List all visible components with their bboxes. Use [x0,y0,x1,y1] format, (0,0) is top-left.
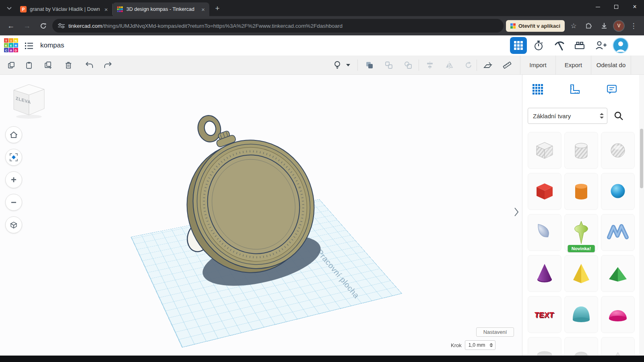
tab-search-button[interactable] [4,2,14,14]
view-cube[interactable]: ZLEVA [10,80,47,120]
shape-tile-sphere[interactable] [601,173,635,210]
ungroup-button[interactable] [381,57,397,73]
bookmark-star-button[interactable]: ☆ [567,19,580,32]
mirror-icon [445,61,454,70]
share-colors-button[interactable] [400,57,416,73]
copy-button[interactable] [3,57,19,73]
workplane-grid[interactable] [131,199,402,348]
import-button[interactable]: Import [520,56,555,74]
green-roof-icon [605,261,631,286]
shape-tile-half-sphere[interactable] [601,296,635,333]
browser-profile-avatar[interactable]: V [613,20,625,32]
shape-tile-roof[interactable] [601,255,635,292]
ruler-helper-button[interactable] [566,80,584,98]
zoom-in-button[interactable]: + [5,171,22,188]
shape-tile-cylinder-transparent[interactable] [564,132,598,169]
brick-export-button[interactable] [571,37,588,54]
compass-bow[interactable] [196,113,223,144]
toolbar-divider [357,60,358,71]
delete-button[interactable] [60,57,76,73]
reload-button[interactable] [36,19,50,33]
home-view-button[interactable] [5,126,22,143]
brick-icon [574,40,585,51]
list-icon [25,42,33,50]
notes-button[interactable] [603,80,621,98]
shape-search-button[interactable] [611,108,627,124]
group-button[interactable] [361,57,378,73]
3d-viewport-canvas[interactable]: Pracovní plocha [0,75,522,356]
toolbar-divider [477,60,477,71]
invite-button[interactable] [592,37,609,54]
open-in-app-button[interactable]: Otevřít v aplikaci [506,20,565,32]
redo-icon [103,61,112,69]
pickaxe-icon [554,40,565,51]
show-all-caret-button[interactable] [343,57,353,73]
panel-scrollbar-thumb[interactable] [640,129,643,188]
shape-tile-box[interactable] [528,173,561,210]
rotate-tool-button[interactable] [460,57,477,73]
ruler-tool-button[interactable] [499,57,515,73]
minecraft-export-button[interactable] [551,37,568,54]
fit-view-button[interactable] [5,149,22,166]
svg-text:D: D [15,49,17,52]
align-icon [425,61,434,70]
url-omnibox[interactable]: tinkercad.com/things/lUMJdNvqXMd-kompas/… [52,19,504,33]
tinkercad-logo[interactable]: TIN KER CAD [4,38,19,53]
snap-step-select[interactable]: 1,0 mm [465,340,495,350]
ruler-icon [502,60,512,70]
export-button[interactable]: Export [555,56,591,74]
panel-collapse-button[interactable] [512,204,521,220]
purple-cone-icon [532,261,557,286]
snap-step-label: Krok [451,342,462,348]
forward-button[interactable]: → [20,19,34,33]
sim-lab-button[interactable] [530,37,547,54]
grid-view-button[interactable] [510,37,527,54]
new-tab-button[interactable]: + [212,3,223,14]
shape-tile-dome[interactable] [564,296,598,333]
window-close-button[interactable]: × [625,0,644,14]
tab-close-icon[interactable]: × [103,6,109,12]
shape-tile-paraboloid[interactable] [528,214,561,251]
account-avatar[interactable] [613,37,629,53]
bottom-edge-strip [0,356,644,362]
perspective-toggle-button[interactable] [5,216,22,233]
duplicate-button[interactable] [40,57,56,73]
downloads-button[interactable] [598,19,611,32]
send-to-button[interactable]: Odeslat do [591,56,631,74]
minimize-icon [596,7,600,7]
undo-button[interactable] [81,57,97,73]
duplicate-icon [44,61,53,70]
shape-tile-box-transparent[interactable] [528,132,561,169]
browser-menu-button[interactable]: ⋮ [627,19,640,32]
window-controls: × [588,0,644,14]
workplane-tool-button[interactable] [480,57,496,73]
back-button[interactable]: ← [4,19,18,33]
panel-scrollbar[interactable] [639,75,644,356]
shape-tile-cylinder[interactable] [564,173,598,210]
snap-step-value: 1,0 mm [469,342,485,348]
design-title[interactable]: kompas [40,35,64,56]
browser-tab-tinkercad[interactable]: 3D design kompas - Tinkercad × [113,2,209,16]
tab-close-icon[interactable]: × [200,6,206,12]
design-menu-button[interactable] [23,40,35,51]
shapes-grid-view-button[interactable] [529,80,547,98]
shape-tile-spinning-top[interactable]: Novinka! [564,214,598,251]
shape-tile-scribble[interactable] [601,214,635,251]
shape-category-select[interactable]: Základní tvary [528,108,607,124]
align-button[interactable] [422,57,438,73]
window-minimize-button[interactable] [588,0,607,14]
zoom-out-button[interactable]: − [5,194,22,211]
paste-button[interactable] [21,57,37,73]
compass-crown[interactable] [214,129,236,148]
window-maximize-button[interactable] [607,0,625,14]
shape-tile-sphere-transparent[interactable] [601,132,635,169]
avatar-person-icon [613,38,628,53]
redo-button[interactable] [100,57,116,73]
extensions-button[interactable] [582,19,595,32]
browser-tab-granat[interactable]: P granat by Václav Hladík | Downl × [16,4,113,15]
flip-button[interactable] [441,57,457,73]
shape-tile-cone[interactable] [528,255,561,292]
shape-tile-pyramid[interactable] [564,255,598,292]
shape-tile-text[interactable]: TEXT TEXT [528,296,561,333]
settings-button[interactable]: Nastavení [476,327,514,337]
